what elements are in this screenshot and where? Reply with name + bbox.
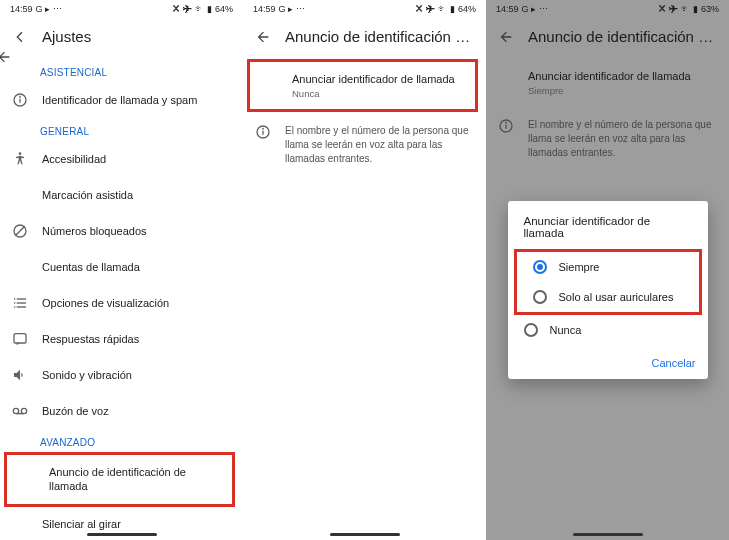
row-label: Anuncio de identificación de llamada (49, 465, 220, 494)
back-arrow-icon[interactable] (255, 29, 271, 45)
status-bar: 14:59 G ▸ ⋯ ✕ ✈ ᯤ ▮ 64% (243, 0, 486, 18)
status-bar: 14:59 G ▸ ⋯ ✕ ✈ ᯤ ▮ 64% (0, 0, 243, 18)
row-voicemail[interactable]: Buzón de voz (0, 393, 239, 429)
section-label-avanzado: AVANZADO (0, 429, 239, 452)
radio-icon (524, 323, 538, 337)
status-left-icons: G ▸ ⋯ (36, 4, 62, 14)
header: Ajustes (0, 18, 243, 59)
info-icon (498, 118, 514, 134)
status-battery: 64% (458, 4, 476, 14)
back-arrow-icon[interactable] (498, 29, 514, 45)
row-label: Respuestas rápidas (42, 332, 227, 346)
battery-icon: ▮ (693, 4, 698, 14)
block-icon (12, 223, 28, 239)
svg-point-21 (506, 123, 507, 124)
accessibility-icon (12, 151, 28, 167)
highlight-caller-id-announce: Anuncio de identificación de llamada (4, 452, 235, 507)
info-row: El nombre y el número de la persona que … (486, 106, 725, 170)
info-icon (12, 92, 28, 108)
voicemail-icon (12, 403, 28, 419)
battery-icon: ▮ (207, 4, 212, 14)
settings-panel-1: 14:59 G ▸ ⋯ ✕ ✈ ᯤ ▮ 64% Ajustes ASISTENC… (0, 0, 243, 540)
svg-rect-11 (17, 306, 26, 307)
status-battery: 64% (215, 4, 233, 14)
status-left-icons: G ▸ ⋯ (522, 4, 548, 14)
status-time: 14:59 (496, 4, 519, 14)
row-sounds-vibration[interactable]: Sonido y vibración (0, 357, 239, 393)
status-right-icons: ✕ ✈ ᯤ (658, 4, 690, 14)
back-arrow-icon[interactable] (12, 29, 28, 45)
section-label-asistencial: ASISTENCIAL (0, 59, 239, 82)
info-row: El nombre y el número de la persona que … (243, 112, 482, 176)
row-quick-responses[interactable]: Respuestas rápidas (0, 321, 239, 357)
row-label: Marcación asistida (42, 188, 227, 202)
svg-line-5 (15, 226, 24, 235)
highlight-dialog-options: Siempre Solo al usar auriculares (514, 249, 702, 315)
row-announce-setting[interactable]: Anunciar identificador de llamada Nunca (250, 62, 475, 109)
dialog-announce-options: Anunciar identificador de llamada Siempr… (508, 201, 708, 379)
list-icon (12, 295, 28, 311)
status-bar: 14:59 G ▸ ⋯ ✕ ✈ ᯤ ▮ 63% (486, 0, 729, 18)
page-title: Anuncio de identificación de lla... (285, 28, 474, 45)
info-text: El nombre y el número de la persona que … (285, 124, 470, 166)
highlight-announce-setting: Anunciar identificador de llamada Nunca (247, 59, 478, 112)
row-label: Accesibilidad (42, 152, 227, 166)
row-announce-setting[interactable]: Anunciar identificador de llamada Siempr… (486, 59, 725, 106)
radio-option-always[interactable]: Siempre (525, 252, 691, 282)
dialog-title: Anunciar identificador de llamada (508, 215, 708, 249)
row-blocked-numbers[interactable]: Números bloqueados (0, 213, 239, 249)
svg-point-2 (20, 96, 21, 97)
settings-panel-2: 14:59 G ▸ ⋯ ✕ ✈ ᯤ ▮ 64% Anuncio de ident… (243, 0, 486, 540)
status-time: 14:59 (10, 4, 33, 14)
row-label: Sonido y vibración (42, 368, 227, 382)
svg-point-3 (19, 152, 22, 155)
row-label: Identificador de llamada y spam (42, 93, 227, 107)
settings-panel-3: 14:59 G ▸ ⋯ ✕ ✈ ᯤ ▮ 63% Anuncio de ident… (486, 0, 729, 540)
row-label: Buzón de voz (42, 404, 227, 418)
section-label-general: GENERAL (0, 118, 239, 141)
svg-rect-10 (14, 306, 15, 307)
svg-rect-7 (17, 298, 26, 299)
radio-label: Solo al usar auriculares (559, 291, 674, 303)
nav-pill[interactable] (573, 533, 643, 536)
row-caller-id-announce[interactable]: Anuncio de identificación de llamada (7, 455, 232, 504)
setting-value: Nunca (292, 88, 463, 99)
radio-option-headset[interactable]: Solo al usar auriculares (525, 282, 691, 312)
svg-point-18 (263, 129, 264, 130)
info-icon (255, 124, 271, 140)
setting-value: Siempre (528, 85, 713, 96)
row-accessibility[interactable]: Accesibilidad (0, 141, 239, 177)
row-label: Silenciar al girar (42, 517, 227, 531)
battery-icon: ▮ (450, 4, 455, 14)
radio-icon (533, 260, 547, 274)
svg-rect-9 (17, 302, 26, 303)
radio-option-never[interactable]: Nunca (516, 315, 700, 345)
cancel-button[interactable]: Cancelar (651, 357, 695, 369)
row-display-options[interactable]: Opciones de visualización (0, 285, 239, 321)
status-battery: 63% (701, 4, 719, 14)
setting-title: Anunciar identificador de llamada (528, 69, 713, 83)
row-calling-accounts[interactable]: Cuentas de llamada (0, 249, 239, 285)
row-label: Opciones de visualización (42, 296, 227, 310)
status-left-icons: G ▸ ⋯ (279, 4, 305, 14)
sound-icon (12, 367, 28, 383)
status-right-icons: ✕ ✈ ᯤ (415, 4, 447, 14)
row-caller-id-spam[interactable]: Identificador de llamada y spam (0, 82, 239, 118)
row-label: Cuentas de llamada (42, 260, 227, 274)
message-icon (12, 331, 28, 347)
nav-pill[interactable] (87, 533, 157, 536)
radio-icon (533, 290, 547, 304)
row-label: Números bloqueados (42, 224, 227, 238)
nav-pill[interactable] (330, 533, 400, 536)
svg-point-14 (21, 408, 26, 413)
setting-title: Anunciar identificador de llamada (292, 72, 463, 86)
header: Anuncio de identificación de lla... (243, 18, 486, 59)
row-assisted-dialing[interactable]: Marcación asistida (0, 177, 239, 213)
info-text: El nombre y el número de la persona que … (528, 118, 713, 160)
svg-point-13 (13, 408, 18, 413)
status-time: 14:59 (253, 4, 276, 14)
page-title: Anuncio de identificación de lla... (528, 28, 717, 45)
radio-label: Nunca (550, 324, 582, 336)
header: Anuncio de identificación de lla... (486, 18, 729, 59)
status-right-icons: ✕ ✈ ᯤ (172, 4, 204, 14)
